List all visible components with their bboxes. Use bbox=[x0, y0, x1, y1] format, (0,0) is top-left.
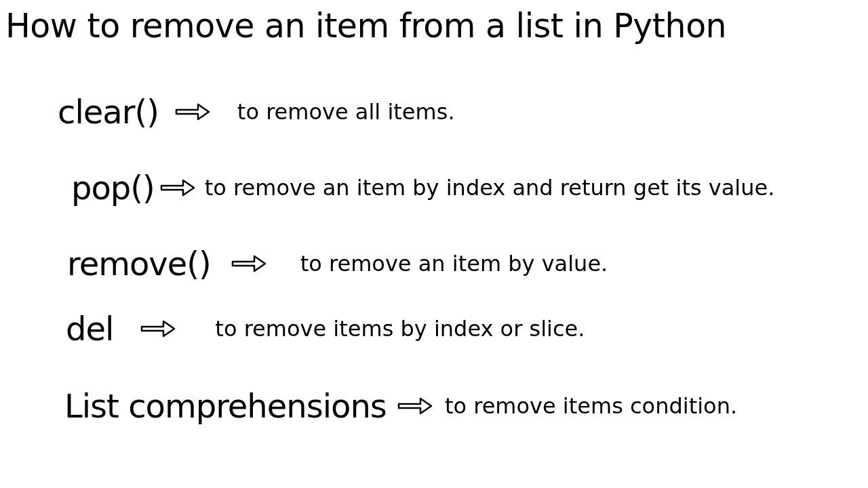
method-row-comprehensions: List comprehensions to remove items cond… bbox=[64, 387, 868, 425]
method-row-pop: pop() to remove an item by index and ret… bbox=[71, 169, 868, 207]
method-name: del bbox=[66, 310, 113, 348]
method-description: to remove all items. bbox=[237, 99, 455, 125]
arrow-icon bbox=[160, 178, 195, 198]
method-row-remove: remove() to remove an item by value. bbox=[67, 245, 868, 283]
method-name: clear() bbox=[58, 93, 159, 131]
arrow-icon bbox=[175, 102, 210, 122]
method-row-clear: clear() to remove all items. bbox=[58, 93, 868, 131]
page-title: How to remove an item from a list in Pyt… bbox=[0, 0, 868, 45]
method-description: to remove an item by value. bbox=[300, 251, 608, 277]
method-row-del: del to remove items by index or slice. bbox=[66, 310, 868, 348]
method-description: to remove items condition. bbox=[445, 393, 737, 419]
method-description: to remove items by index or slice. bbox=[215, 316, 585, 342]
method-name: remove() bbox=[67, 245, 211, 283]
content-area: clear() to remove all items. pop() to re… bbox=[0, 45, 868, 425]
arrow-icon bbox=[397, 396, 433, 416]
method-description: to remove an item by index and return ge… bbox=[205, 175, 775, 201]
method-name: pop() bbox=[71, 169, 155, 207]
arrow-icon bbox=[140, 319, 176, 339]
method-name: List comprehensions bbox=[64, 387, 387, 425]
arrow-icon bbox=[231, 253, 267, 274]
